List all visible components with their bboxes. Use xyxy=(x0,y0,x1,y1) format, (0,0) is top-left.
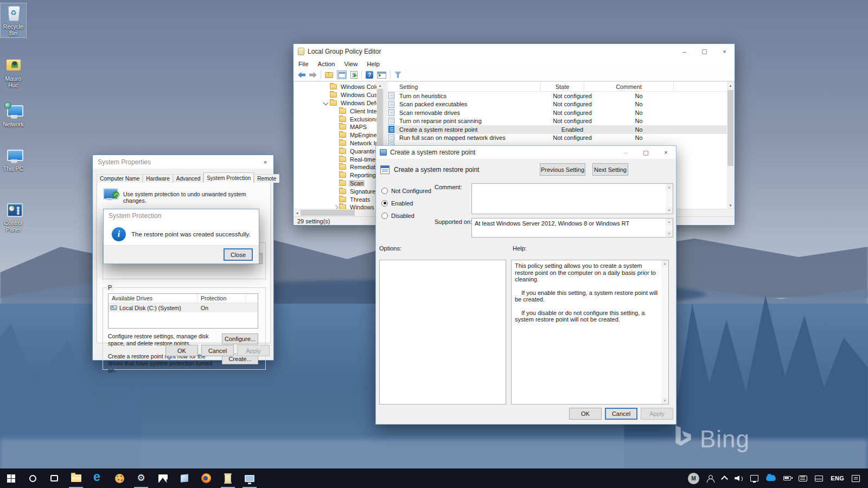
setting-row-turn-on-heuristics[interactable]: Turn on heuristicsNot configuredNo xyxy=(387,92,727,100)
taskbar-file-explorer-button[interactable] xyxy=(65,468,87,488)
taskbar-photos-button[interactable] xyxy=(152,468,174,488)
close-button[interactable]: Close xyxy=(224,248,253,261)
drive-row-local-disk-c-system[interactable]: Local Disk (C:) (System)On xyxy=(108,303,258,312)
tab-remote[interactable]: Remote xyxy=(254,174,279,183)
tray-people[interactable] xyxy=(703,468,718,488)
tray-onedrive[interactable] xyxy=(762,468,780,488)
tray-touchpad[interactable] xyxy=(811,468,827,488)
filter-icon[interactable] xyxy=(394,72,401,79)
desktop-icon-recycle-bin[interactable]: Recycle Bin xyxy=(1,3,26,37)
taskbar-gpedit-button[interactable] xyxy=(217,468,239,488)
taskbar-task-view-button[interactable] xyxy=(43,468,65,488)
tray-battery[interactable] xyxy=(780,468,795,488)
setting-row-run-full-scan-on-mapped-network-drives[interactable]: Run full scan on mapped network drivesNo… xyxy=(387,134,727,143)
close-icon[interactable]: × xyxy=(257,155,273,169)
tree-item-reporting[interactable]: Reporting xyxy=(294,171,376,179)
tab-system-protection[interactable]: System Protection xyxy=(203,172,254,183)
taskbar-start-button[interactable] xyxy=(0,468,22,488)
tree-item-maps[interactable]: MAPS xyxy=(294,123,376,131)
cancel-button[interactable]: Cancel xyxy=(201,345,234,356)
tray-language[interactable]: ENG xyxy=(827,468,848,488)
scroll-up-icon[interactable]: ▴ xyxy=(666,219,673,225)
export-list-icon[interactable] xyxy=(350,71,358,79)
maximize-icon[interactable]: ▢ xyxy=(636,146,656,159)
scrollbar-thumb[interactable] xyxy=(301,210,355,216)
scroll-up-icon[interactable]: ▴ xyxy=(666,184,673,190)
taskbar-search-button[interactable] xyxy=(22,468,43,488)
tree-item-remediation[interactable]: Remediation xyxy=(294,163,376,171)
previous-setting-button[interactable]: Previous Setting xyxy=(540,163,585,176)
menu-view[interactable]: View xyxy=(344,61,358,67)
expander-down-icon[interactable] xyxy=(322,101,330,105)
scrollbar-thumb[interactable] xyxy=(727,90,733,166)
next-setting-button[interactable]: Next Setting xyxy=(592,163,628,176)
tray-volume[interactable] xyxy=(731,468,746,488)
back-icon[interactable] xyxy=(298,72,305,78)
radio-disabled[interactable]: Disabled xyxy=(381,209,431,222)
desktop-icon-network[interactable]: Network xyxy=(1,101,26,129)
gpedit-titlebar[interactable]: Local Group Policy Editor – ▢ × xyxy=(293,44,735,59)
supported-scrollbar[interactable]: ▴ ▾ xyxy=(666,219,673,237)
setting-row-create-a-system-restore-point[interactable]: Create a system restore pointEnabledNo xyxy=(387,125,727,134)
taskbar-edge-button[interactable] xyxy=(87,468,108,488)
tab-hardware[interactable]: Hardware xyxy=(143,174,173,183)
taskbar-firefox-button[interactable] xyxy=(195,468,217,488)
menu-help[interactable]: Help xyxy=(367,61,380,67)
help-scrollbar[interactable]: ▴ ▾ xyxy=(661,260,668,404)
desktop-icon-this-pc[interactable]: This PC xyxy=(1,145,26,173)
setting-row-scan-packed-executables[interactable]: Scan packed executablesNot configuredNo xyxy=(387,100,727,109)
desktop-icon-user-folder[interactable]: Mauro Huc xyxy=(1,55,26,89)
scroll-down-icon[interactable]: ▾ xyxy=(666,230,673,237)
menu-action[interactable]: Action xyxy=(318,61,335,67)
ok-button[interactable]: OK xyxy=(165,345,198,356)
tree-item-exclusions[interactable]: Exclusions xyxy=(294,115,376,123)
column-header-setting[interactable]: Setting xyxy=(387,82,541,91)
tree-item-scan[interactable]: Scan xyxy=(294,179,376,188)
tree-item-client-interfa[interactable]: Client Interfa xyxy=(294,107,376,115)
taskbar-paint-button[interactable] xyxy=(108,468,130,488)
scroll-left-icon[interactable]: ◂ xyxy=(293,209,301,216)
tree-item-real-time-pr[interactable]: Real-time Pr xyxy=(294,155,376,163)
show-console-tree-icon[interactable] xyxy=(337,70,347,79)
tree-item-mpengine[interactable]: MpEngine xyxy=(294,131,376,139)
close-icon[interactable]: × xyxy=(714,44,735,59)
radio-enabled[interactable]: Enabled xyxy=(381,197,431,209)
tree-item-windows-defen[interactable]: Windows Defen xyxy=(294,99,376,107)
supported-on-box[interactable]: At least Windows Server 2012, Windows 8 … xyxy=(471,218,673,237)
help-box[interactable]: This policy setting allows you to create… xyxy=(511,260,669,404)
close-icon[interactable]: × xyxy=(656,146,676,159)
policy-dialog-titlebar[interactable]: Create a system restore point – ▢ × xyxy=(376,146,676,159)
radio-not-configured[interactable]: Not Configured xyxy=(381,184,431,197)
list-vertical-scrollbar[interactable]: ▴ ▾ xyxy=(727,82,734,209)
tree-item-windows-color[interactable]: Windows Color xyxy=(294,83,376,91)
scroll-up-icon[interactable]: ▴ xyxy=(727,82,734,89)
tree-item-signature-up[interactable]: Signature Up xyxy=(294,187,376,195)
setting-row-scan-removable-drives[interactable]: Scan removable drivesNot configuredNo xyxy=(387,108,727,117)
tree-horizontal-scrollbar[interactable]: ◂ ▸ xyxy=(293,209,384,216)
tab-computer-name[interactable]: Computer Name xyxy=(97,174,143,183)
ok-button[interactable]: OK xyxy=(569,408,602,420)
scroll-down-icon[interactable]: ▾ xyxy=(727,202,734,209)
up-one-level-icon[interactable] xyxy=(325,72,333,78)
system-properties-titlebar[interactable]: System Properties × xyxy=(93,155,273,169)
taskbar-system-button[interactable] xyxy=(239,468,260,488)
tab-advanced[interactable]: Advanced xyxy=(173,174,203,183)
tree-item-quarantine[interactable]: Quarantine xyxy=(294,147,376,155)
comment-scrollbar[interactable]: ▴ ▾ xyxy=(666,184,673,214)
column-header-available-drives[interactable]: Available Drives xyxy=(108,294,197,303)
tree-item-threats[interactable]: Threats xyxy=(294,195,376,203)
cancel-button[interactable]: Cancel xyxy=(605,408,637,420)
desktop-icon-control-panel[interactable]: Control Panel xyxy=(1,200,26,234)
menu-file[interactable]: File xyxy=(298,61,309,67)
comment-textarea[interactable]: ▴ ▾ xyxy=(471,183,673,214)
options-box[interactable] xyxy=(379,260,506,404)
extended-view-icon[interactable] xyxy=(377,72,386,79)
forward-icon[interactable] xyxy=(309,72,317,78)
tray-account[interactable]: M xyxy=(684,468,703,488)
setting-row-turn-on-reparse-point-scanning[interactable]: Turn on reparse point scanningNot config… xyxy=(387,117,727,126)
tray-network[interactable] xyxy=(746,468,762,488)
tray-chevron-up[interactable] xyxy=(718,468,731,488)
scroll-up-icon[interactable]: ▴ xyxy=(376,82,384,89)
help-icon[interactable]: ? xyxy=(366,71,373,79)
minimize-icon[interactable]: – xyxy=(674,44,694,59)
